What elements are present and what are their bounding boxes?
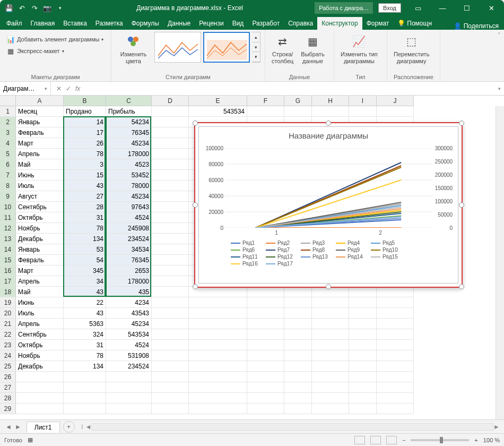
cell[interactable] xyxy=(152,297,189,308)
cell[interactable]: 4524 xyxy=(106,212,152,223)
save-icon[interactable]: 💾 xyxy=(4,3,14,13)
cell[interactable] xyxy=(284,404,312,414)
cell[interactable] xyxy=(349,308,377,319)
legend-item[interactable]: Ряд16 xyxy=(231,260,266,267)
cell[interactable]: 22 xyxy=(64,297,106,308)
cell[interactable]: Май xyxy=(16,287,64,297)
legend-item[interactable]: Ряд15 xyxy=(371,253,406,260)
cell[interactable]: 134 xyxy=(64,234,106,244)
cell[interactable] xyxy=(349,297,377,308)
expand-formula-icon[interactable]: ▾ xyxy=(495,86,504,91)
cell[interactable]: Ноябрь xyxy=(16,350,64,361)
cell[interactable] xyxy=(349,372,377,382)
cell[interactable] xyxy=(312,340,349,350)
zoom-slider[interactable] xyxy=(411,439,469,441)
cell[interactable] xyxy=(247,393,284,404)
ribbon-options-icon[interactable]: ▭ xyxy=(406,0,430,16)
cell[interactable]: 45234 xyxy=(106,319,152,329)
row-header[interactable]: 20 xyxy=(0,308,16,319)
cell[interactable]: 43 xyxy=(64,287,106,297)
x-axis[interactable]: 12 xyxy=(224,230,432,236)
cell[interactable] xyxy=(349,361,377,372)
cell[interactable] xyxy=(64,404,106,414)
enter-formula-icon[interactable]: ✓ xyxy=(66,85,71,92)
tab-format[interactable]: Формат xyxy=(362,17,394,30)
cell[interactable]: 97643 xyxy=(106,202,152,212)
cell[interactable] xyxy=(152,361,189,372)
legend-item[interactable]: Ряд12 xyxy=(266,253,301,260)
row-header[interactable]: 13 xyxy=(0,234,16,244)
cell[interactable] xyxy=(377,404,414,414)
cell[interactable]: Октябрь xyxy=(16,340,64,350)
row-header[interactable]: 24 xyxy=(0,350,16,361)
cell[interactable] xyxy=(189,329,247,340)
qat-more-icon[interactable]: ▾ xyxy=(55,3,65,13)
cell[interactable]: 31 xyxy=(64,340,106,350)
cell[interactable] xyxy=(152,265,189,276)
collapse-ribbon-icon[interactable]: ˄ xyxy=(498,32,501,39)
cell[interactable] xyxy=(349,350,377,361)
tab-home[interactable]: Главная xyxy=(27,17,59,30)
row-header[interactable]: 18 xyxy=(0,287,16,297)
cell[interactable]: Октябрь xyxy=(16,212,64,223)
cell[interactable]: 178000 xyxy=(106,276,152,287)
cell[interactable]: 134 xyxy=(64,361,106,372)
cell[interactable] xyxy=(152,393,189,404)
row-header[interactable]: 27 xyxy=(0,382,16,393)
cell[interactable] xyxy=(189,319,247,329)
legend-item[interactable]: Ряд9 xyxy=(336,246,371,253)
legend-item[interactable]: Ряд7 xyxy=(266,246,301,253)
resize-handle-sw[interactable] xyxy=(193,284,198,289)
name-box[interactable]: Диаграм…▾ xyxy=(0,82,51,95)
cell[interactable] xyxy=(312,106,349,117)
cell[interactable] xyxy=(377,361,414,372)
cell[interactable] xyxy=(312,350,349,361)
cell[interactable] xyxy=(247,382,284,393)
cell[interactable]: Апрель xyxy=(16,319,64,329)
zoom-out-icon[interactable]: − xyxy=(402,437,405,443)
cell[interactable] xyxy=(247,372,284,382)
cell[interactable]: 27 xyxy=(64,191,106,202)
cell[interactable]: 15 xyxy=(64,170,106,181)
cell[interactable] xyxy=(377,308,414,319)
add-chart-element-button[interactable]: 📊Добавить элемент диаграммы▾ xyxy=(4,34,106,45)
cell[interactable] xyxy=(247,319,284,329)
cell[interactable]: 34 xyxy=(64,276,106,287)
row-header[interactable]: 9 xyxy=(0,191,16,202)
cell[interactable] xyxy=(349,329,377,340)
cell[interactable] xyxy=(247,404,284,414)
cell[interactable] xyxy=(377,297,414,308)
cell[interactable] xyxy=(247,106,284,117)
cell[interactable]: 76345 xyxy=(106,127,152,138)
cell[interactable] xyxy=(377,350,414,361)
cell[interactable]: Сентябрь xyxy=(16,202,64,212)
cell[interactable]: Февраль xyxy=(16,255,64,265)
cell[interactable]: 5363 xyxy=(64,319,106,329)
row-header[interactable]: 6 xyxy=(0,159,16,170)
cell[interactable] xyxy=(377,106,414,117)
row-header[interactable]: 26 xyxy=(0,372,16,382)
cell[interactable]: 28 xyxy=(64,202,106,212)
legend-item[interactable]: Ряд4 xyxy=(336,239,371,246)
column-header-A[interactable]: A xyxy=(16,96,64,106)
cell[interactable]: 324 xyxy=(64,329,106,340)
cell[interactable]: Июль xyxy=(16,181,64,191)
cell[interactable] xyxy=(189,350,247,361)
cell[interactable] xyxy=(247,329,284,340)
zoom-in-icon[interactable]: + xyxy=(474,437,477,443)
resize-handle-ne[interactable] xyxy=(459,121,464,126)
view-page-break-icon[interactable] xyxy=(386,436,397,444)
cell[interactable]: 178000 xyxy=(106,149,152,159)
chevron-down-icon[interactable]: ▾ xyxy=(45,86,47,91)
cell[interactable] xyxy=(152,276,189,287)
embedded-chart[interactable]: Название диаграммы 020000400006000080000… xyxy=(194,122,463,288)
cell[interactable] xyxy=(284,350,312,361)
select-all-corner[interactable] xyxy=(0,96,16,106)
cell[interactable] xyxy=(152,117,189,127)
cell[interactable] xyxy=(312,361,349,372)
cell[interactable] xyxy=(189,340,247,350)
cell[interactable] xyxy=(312,372,349,382)
cell[interactable] xyxy=(349,287,377,297)
cell[interactable]: Декабрь xyxy=(16,361,64,372)
chart-area[interactable]: Название диаграммы 020000400006000080000… xyxy=(198,126,458,284)
